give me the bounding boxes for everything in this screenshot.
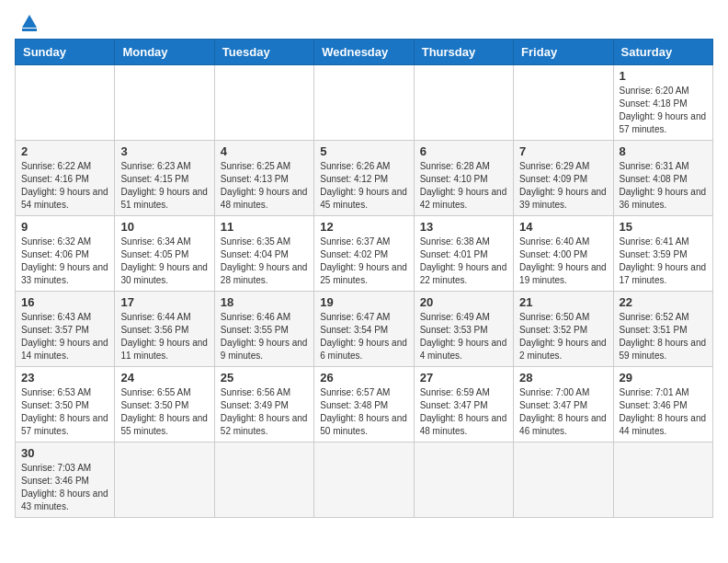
calendar-cell: 1Sunrise: 6:20 AM Sunset: 4:18 PM Daylig… [613,65,712,141]
day-number: 10 [120,220,208,234]
day-number: 9 [21,220,108,234]
day-number: 17 [120,295,208,309]
logo-bar-icon [22,29,37,31]
page-header [15,15,713,31]
calendar-cell: 28Sunrise: 7:00 AM Sunset: 3:47 PM Dayli… [514,367,613,442]
calendar-cell: 14Sunrise: 6:40 AM Sunset: 4:00 PM Dayli… [514,216,613,292]
calendar-cell: 16Sunrise: 6:43 AM Sunset: 3:57 PM Dayli… [16,292,115,367]
day-number: 22 [620,295,707,309]
day-info: Sunrise: 6:40 AM Sunset: 4:00 PM Dayligh… [519,236,607,287]
day-info: Sunrise: 6:46 AM Sunset: 3:55 PM Dayligh… [221,311,308,362]
day-number: 27 [420,371,507,385]
calendar-cell: 19Sunrise: 6:47 AM Sunset: 3:54 PM Dayli… [314,292,414,367]
day-number: 6 [420,144,507,158]
day-number: 29 [620,371,707,385]
calendar-header-row: SundayMondayTuesdayWednesdayThursdayFrid… [16,40,713,65]
header-sunday: Sunday [16,40,115,65]
day-info: Sunrise: 6:31 AM Sunset: 4:08 PM Dayligh… [620,160,707,212]
header-saturday: Saturday [613,40,712,65]
calendar-cell [214,65,313,141]
calendar-cell [514,442,613,518]
calendar-cell: 13Sunrise: 6:38 AM Sunset: 4:01 PM Dayli… [414,216,513,292]
calendar-week-row: 1Sunrise: 6:20 AM Sunset: 4:18 PM Daylig… [16,65,713,141]
calendar-cell [613,442,712,518]
calendar-cell [414,65,513,141]
calendar-cell: 10Sunrise: 6:34 AM Sunset: 4:05 PM Dayli… [115,216,214,292]
calendar-cell [16,65,115,141]
day-info: Sunrise: 6:43 AM Sunset: 3:57 PM Dayligh… [21,311,108,362]
calendar-cell: 26Sunrise: 6:57 AM Sunset: 3:48 PM Dayli… [314,367,414,442]
calendar-cell [514,65,613,141]
day-info: Sunrise: 6:29 AM Sunset: 4:09 PM Dayligh… [519,160,607,212]
calendar-week-row: 30Sunrise: 7:03 AM Sunset: 3:46 PM Dayli… [16,442,713,518]
calendar-cell: 11Sunrise: 6:35 AM Sunset: 4:04 PM Dayli… [214,216,313,292]
day-info: Sunrise: 6:26 AM Sunset: 4:12 PM Dayligh… [320,160,407,212]
day-info: Sunrise: 6:37 AM Sunset: 4:02 PM Dayligh… [320,236,407,287]
calendar-cell: 21Sunrise: 6:50 AM Sunset: 3:52 PM Dayli… [514,292,613,367]
day-info: Sunrise: 6:50 AM Sunset: 3:52 PM Dayligh… [519,311,607,362]
calendar-cell: 24Sunrise: 6:55 AM Sunset: 3:50 PM Dayli… [115,367,214,442]
calendar-cell: 25Sunrise: 6:56 AM Sunset: 3:49 PM Dayli… [214,367,313,442]
day-info: Sunrise: 6:20 AM Sunset: 4:18 PM Dayligh… [620,85,707,136]
day-number: 21 [519,295,607,309]
header-wednesday: Wednesday [314,40,414,65]
calendar-week-row: 2Sunrise: 6:22 AM Sunset: 4:16 PM Daylig… [16,141,713,216]
day-number: 12 [320,220,407,234]
day-info: Sunrise: 6:28 AM Sunset: 4:10 PM Dayligh… [420,160,507,212]
day-number: 8 [620,144,707,158]
calendar-cell [214,442,313,518]
day-info: Sunrise: 6:41 AM Sunset: 3:59 PM Dayligh… [620,236,707,287]
day-number: 1 [620,69,707,83]
day-info: Sunrise: 6:32 AM Sunset: 4:06 PM Dayligh… [21,236,108,287]
day-number: 20 [420,295,507,309]
day-number: 14 [519,220,607,234]
logo [15,15,37,31]
day-info: Sunrise: 6:49 AM Sunset: 3:53 PM Dayligh… [420,311,507,362]
day-info: Sunrise: 6:35 AM Sunset: 4:04 PM Dayligh… [221,236,308,287]
calendar-cell: 29Sunrise: 7:01 AM Sunset: 3:46 PM Dayli… [613,367,712,442]
day-info: Sunrise: 6:22 AM Sunset: 4:16 PM Dayligh… [21,160,108,212]
calendar-cell: 20Sunrise: 6:49 AM Sunset: 3:53 PM Dayli… [414,292,513,367]
calendar-cell [314,65,414,141]
header-friday: Friday [514,40,613,65]
calendar-cell: 4Sunrise: 6:25 AM Sunset: 4:13 PM Daylig… [214,141,313,216]
day-info: Sunrise: 6:38 AM Sunset: 4:01 PM Dayligh… [420,236,507,287]
day-number: 2 [21,144,108,158]
day-number: 5 [320,144,407,158]
day-number: 23 [21,371,108,385]
day-number: 7 [519,144,607,158]
calendar-cell: 3Sunrise: 6:23 AM Sunset: 4:15 PM Daylig… [115,141,214,216]
calendar-week-row: 9Sunrise: 6:32 AM Sunset: 4:06 PM Daylig… [16,216,713,292]
calendar-table: SundayMondayTuesdayWednesdayThursdayFrid… [15,39,713,518]
calendar-cell: 15Sunrise: 6:41 AM Sunset: 3:59 PM Dayli… [613,216,712,292]
calendar-cell [115,65,214,141]
day-number: 30 [21,446,108,460]
calendar-cell: 5Sunrise: 6:26 AM Sunset: 4:12 PM Daylig… [314,141,414,216]
day-info: Sunrise: 6:59 AM Sunset: 3:47 PM Dayligh… [420,386,507,438]
header-thursday: Thursday [414,40,513,65]
day-info: Sunrise: 6:23 AM Sunset: 4:15 PM Dayligh… [120,160,208,212]
calendar-cell: 7Sunrise: 6:29 AM Sunset: 4:09 PM Daylig… [514,141,613,216]
calendar-week-row: 16Sunrise: 6:43 AM Sunset: 3:57 PM Dayli… [16,292,713,367]
calendar-cell: 30Sunrise: 7:03 AM Sunset: 3:46 PM Dayli… [16,442,115,518]
day-number: 11 [221,220,308,234]
day-info: Sunrise: 6:34 AM Sunset: 4:05 PM Dayligh… [120,236,208,287]
calendar-cell: 17Sunrise: 6:44 AM Sunset: 3:56 PM Dayli… [115,292,214,367]
day-info: Sunrise: 6:55 AM Sunset: 3:50 PM Dayligh… [120,386,208,438]
calendar-cell: 8Sunrise: 6:31 AM Sunset: 4:08 PM Daylig… [613,141,712,216]
calendar-cell: 27Sunrise: 6:59 AM Sunset: 3:47 PM Dayli… [414,367,513,442]
day-info: Sunrise: 6:57 AM Sunset: 3:48 PM Dayligh… [320,386,407,438]
day-info: Sunrise: 6:25 AM Sunset: 4:13 PM Dayligh… [221,160,308,212]
day-number: 3 [120,144,208,158]
calendar-cell [115,442,214,518]
day-number: 16 [21,295,108,309]
day-info: Sunrise: 6:47 AM Sunset: 3:54 PM Dayligh… [320,311,407,362]
calendar-cell: 12Sunrise: 6:37 AM Sunset: 4:02 PM Dayli… [314,216,414,292]
day-number: 18 [221,295,308,309]
calendar-cell: 9Sunrise: 6:32 AM Sunset: 4:06 PM Daylig… [16,216,115,292]
header-monday: Monday [115,40,214,65]
day-number: 24 [120,371,208,385]
day-info: Sunrise: 6:52 AM Sunset: 3:51 PM Dayligh… [620,311,707,362]
day-number: 25 [221,371,308,385]
calendar-cell [314,442,414,518]
